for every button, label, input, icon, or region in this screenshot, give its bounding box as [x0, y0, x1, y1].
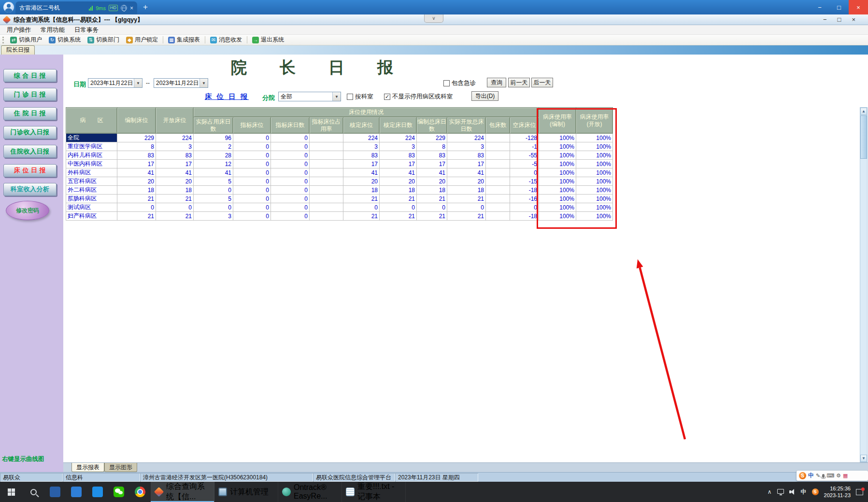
app-minimize-button[interactable]: − [823, 14, 827, 25]
value-cell[interactable]: -1 [510, 142, 539, 151]
include-emergency-checkbox[interactable]: 包含急诊 [443, 79, 476, 87]
meeting-app-button[interactable] [87, 482, 108, 502]
value-cell[interactable]: 21 [447, 195, 486, 203]
value-cell[interactable]: 224 [447, 134, 486, 142]
value-cell[interactable]: 100% [576, 134, 613, 142]
value-cell[interactable]: 83 [447, 151, 486, 160]
value-cell[interactable]: 0 [233, 160, 271, 168]
value-cell[interactable]: 41 [343, 168, 380, 177]
prev-day-button[interactable]: 前一天 [508, 78, 530, 87]
value-cell[interactable]: 0 [417, 203, 447, 212]
value-cell[interactable] [310, 151, 343, 160]
tab-show-report[interactable]: 显示报表 [71, 463, 104, 472]
value-cell[interactable]: 3 [447, 142, 486, 151]
value-cell[interactable]: 20 [343, 177, 380, 186]
value-cell[interactable]: 0 [271, 203, 310, 212]
sidebar-item-bed-daily[interactable]: 床 位 日 报 [3, 164, 57, 177]
scroll-down-arrow-icon[interactable]: ▼ [860, 455, 867, 462]
value-cell[interactable]: 20 [447, 177, 486, 186]
column-header-usage-rate-open[interactable]: 病床使用率(开放) [576, 108, 613, 134]
value-cell[interactable]: 83 [380, 151, 417, 160]
value-cell[interactable] [486, 186, 510, 195]
column-header[interactable]: 实际占用床日数 [194, 117, 233, 134]
value-cell[interactable]: 0 [271, 212, 310, 221]
value-cell[interactable] [310, 203, 343, 212]
value-cell[interactable]: 0 [194, 186, 233, 195]
tab-show-graphic[interactable]: 显示图形 [104, 463, 137, 472]
value-cell[interactable]: 21 [343, 212, 380, 221]
value-cell[interactable]: 17 [447, 160, 486, 168]
value-cell[interactable]: -128 [510, 134, 539, 142]
value-cell[interactable]: 0 [233, 168, 271, 177]
column-header[interactable]: 开放床位 [156, 108, 194, 134]
toolbar-button-exit-system[interactable]: →退出系统 [249, 35, 287, 45]
sidebar-item-inpatient-revenue-daily[interactable]: 住院收入日报 [3, 145, 57, 158]
checkbox-box[interactable] [347, 94, 353, 100]
value-cell[interactable]: 0 [271, 160, 310, 168]
value-cell[interactable]: 21 [417, 212, 447, 221]
value-cell[interactable]: 0 [233, 134, 271, 142]
value-cell[interactable]: 100% [539, 177, 576, 186]
connection-bar-chevron[interactable]: ∨ [424, 14, 443, 23]
column-header[interactable]: 空床床位 [510, 117, 539, 134]
value-cell[interactable]: 3 [380, 142, 417, 151]
value-cell[interactable]: 41 [380, 168, 417, 177]
sidebar-item-comprehensive-daily[interactable]: 综 合 日 报 [3, 69, 57, 82]
value-cell[interactable]: 83 [417, 151, 447, 160]
value-cell[interactable]: 41 [156, 168, 194, 177]
bed-daily-report-link[interactable]: 床 位 日 报 [205, 92, 249, 101]
value-cell[interactable]: 17 [156, 160, 194, 168]
ward-name-cell[interactable]: 五官科病区 [66, 177, 117, 186]
taskbar-app-notepad[interactable]: 重要!!!.txt - 记事本 [342, 482, 406, 502]
notification-center-icon[interactable] [856, 489, 863, 495]
new-session-button[interactable]: + [143, 1, 148, 13]
ward-name-cell[interactable]: 中医内科病区 [66, 160, 117, 168]
taskbar-app-query-system[interactable]: 综合查询系统【信... [151, 482, 214, 502]
value-cell[interactable] [486, 203, 510, 212]
next-day-button[interactable]: 后一天 [531, 78, 553, 87]
value-cell[interactable] [310, 142, 343, 151]
menu-item-3[interactable]: 日常事务 [70, 25, 103, 35]
value-cell[interactable]: 21 [156, 195, 194, 203]
value-cell[interactable]: 100% [576, 151, 613, 160]
value-cell[interactable] [310, 134, 343, 142]
value-cell[interactable]: 17 [380, 160, 417, 168]
value-cell[interactable]: 20 [417, 177, 447, 186]
ward-name-cell[interactable]: 外二科病区 [66, 186, 117, 195]
remote-maximize-button[interactable]: □ [829, 0, 849, 14]
value-cell[interactable]: 21 [417, 195, 447, 203]
checkbox-box-checked[interactable]: ✓ [384, 94, 390, 100]
dropdown-arrow-icon[interactable]: ▼ [332, 92, 341, 101]
column-header[interactable]: 指标床位 [233, 117, 271, 134]
value-cell[interactable]: 100% [539, 151, 576, 160]
value-cell[interactable]: 21 [380, 212, 417, 221]
value-cell[interactable]: 17 [417, 160, 447, 168]
value-cell[interactable]: 224 [156, 134, 194, 142]
sogou-tray-icon[interactable]: S [812, 488, 819, 495]
export-button[interactable]: 导出(D) [471, 91, 498, 101]
ward-name-cell[interactable]: 肛肠科病区 [66, 195, 117, 203]
ward-name-cell[interactable]: 内科儿科病区 [66, 151, 117, 160]
column-header[interactable]: 核定床位 [343, 117, 380, 134]
value-cell[interactable]: 18 [156, 186, 194, 195]
value-cell[interactable]: 100% [576, 186, 613, 195]
value-cell[interactable]: 83 [156, 151, 194, 160]
value-cell[interactable] [486, 160, 510, 168]
sidebar-item-outpatient-daily[interactable]: 门 诊 日 报 [3, 88, 57, 101]
value-cell[interactable]: -18 [510, 212, 539, 221]
value-cell[interactable]: 18 [117, 186, 156, 195]
display-tray-icon[interactable] [777, 489, 784, 494]
value-cell[interactable]: 5 [194, 177, 233, 186]
remote-minimize-button[interactable]: − [810, 0, 829, 14]
ward-name-cell[interactable]: 重症医学病区 [66, 142, 117, 151]
scrollbar-thumb[interactable] [860, 115, 867, 159]
value-cell[interactable]: 21 [447, 212, 486, 221]
value-cell[interactable]: -15 [510, 177, 539, 186]
value-cell[interactable] [486, 212, 510, 221]
column-header[interactable]: 实际开放总床日数 [447, 117, 486, 134]
value-cell[interactable] [310, 177, 343, 186]
close-session-icon[interactable]: × [130, 5, 133, 12]
vertical-scrollbar[interactable]: ▲ ▼ [860, 107, 868, 462]
value-cell[interactable]: 0 [117, 203, 156, 212]
value-cell[interactable]: 20 [380, 177, 417, 186]
